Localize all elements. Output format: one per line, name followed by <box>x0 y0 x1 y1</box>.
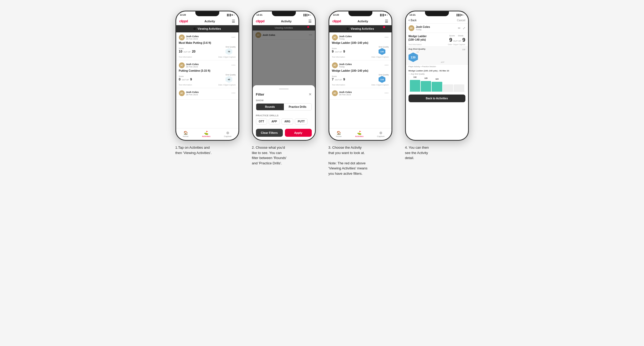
card-footer-1-1: Test Information Data: Clippd Capture <box>179 56 236 58</box>
card-3-2[interactable]: JC Josh Coles Today ••• Wedge Ladder (10… <box>329 60 392 88</box>
user-info-3-3: Josh Coles 28 Feb 2023 <box>339 91 352 96</box>
card-dots-3-1[interactable]: ••• <box>385 36 389 39</box>
chip-ott-2[interactable]: OTT <box>256 118 267 125</box>
avatar-3-2: JC <box>332 62 338 68</box>
card-dots-1-3[interactable]: ••• <box>231 91 236 95</box>
detail-user-name-4: Josh Coles <box>416 25 430 28</box>
expand-icon-4[interactable]: ⤢ <box>463 26 465 30</box>
detail-title-block-4: Wedge Ladder(100–140 yds) <box>409 35 427 41</box>
detail-user-row-4: JC Josh Coles Today ✏ ⤢ <box>406 24 468 33</box>
nav-home-3[interactable]: 🏠 Home <box>336 131 342 138</box>
filter-close-2[interactable]: ✕ <box>309 92 312 96</box>
shots-val-3-2: 9 <box>343 78 345 81</box>
apply-button-2[interactable]: Apply <box>285 129 312 137</box>
card-dots-3-3[interactable]: ••• <box>385 91 389 95</box>
status-time-3: 13:20 <box>333 14 339 16</box>
nav-activities-1[interactable]: ⛳ Activities <box>202 131 211 138</box>
bar-chart-area-4: Wedge Ladder (100–140 yds) - 06 Mar 23 ◦… <box>406 69 468 93</box>
back-button-4[interactable]: < Back <box>409 19 417 22</box>
quality-badge-3-2: 118 <box>378 76 385 83</box>
viewing-banner-1[interactable]: ⚙ Viewing Activities <box>176 25 238 32</box>
detail-score-row-4: 9 OUT OF 9 <box>449 37 465 43</box>
home-icon-3: 🏠 <box>336 131 341 135</box>
viewing-banner-3[interactable]: ⚙ Viewing Activities <box>329 25 392 32</box>
menu-icon-2[interactable]: ☰ <box>308 19 312 23</box>
score-block-3-1: Score 9 OUT OF 9 <box>332 48 345 53</box>
cancel-button-4[interactable]: Cancel <box>457 19 465 22</box>
phone-notch-1 <box>195 11 219 16</box>
chip-arg-2[interactable]: ARG <box>281 118 293 125</box>
home-icon-1: 🏠 <box>183 131 188 135</box>
bar-chart-sublabel-4: ◦◦◦ Avg Shot Quality <box>409 73 465 75</box>
card-data-3-2: Data: Clippd Capture <box>371 84 389 86</box>
bar-5-4 <box>454 84 464 92</box>
edit-icon-4[interactable]: ✏ <box>458 26 461 30</box>
nav-home-label-1: Home <box>183 135 188 138</box>
toggle-rounds-2[interactable]: Rounds <box>256 104 284 110</box>
card-footer-1-2: Test Information Data: Clippd Capture <box>179 84 236 86</box>
nav-capture-3[interactable]: ⊕ Capture <box>377 131 385 138</box>
detail-quality-title-4: Avg Shot Quality <box>409 48 465 50</box>
status-icons-3: ▐▐▐ ⊕ ▪ <box>379 14 388 16</box>
card-title-3-1: Wedge Ladder (100–140 yds) <box>332 41 389 44</box>
app-nav-2: clippd Activity ☰ <box>253 17 315 25</box>
bar-chart-4: 132 129 124 <box>409 76 465 92</box>
card-3-1[interactable]: JC Josh Coles Today ••• Wedge Ladder (10… <box>329 32 392 60</box>
quality-label-1-1: Shot Quality <box>225 46 235 48</box>
filter-header-2: Filter ✕ <box>256 92 312 96</box>
bar-4-4 <box>443 84 453 92</box>
card-user-1-2: JC Josh Coles 28 Feb 2023 <box>179 62 199 68</box>
menu-icon-1[interactable]: ☰ <box>232 19 235 23</box>
user-date-3-3: 28 Feb 2023 <box>339 93 352 96</box>
score-val-3-1: 9 <box>332 50 334 53</box>
card-header-3-1: JC Josh Coles Today ••• <box>332 35 389 40</box>
quality-badge-3-1: 130 <box>378 48 385 55</box>
detail-title-4: Wedge Ladder(100–140 yds) <box>409 35 427 41</box>
card-dots-3-2[interactable]: ••• <box>385 63 389 67</box>
menu-icon-3[interactable]: ☰ <box>385 19 388 23</box>
nav-capture-label-3: Capture <box>377 135 385 138</box>
detail-title-score-4: Wedge Ladder(100–140 yds) Score Shots 9 … <box>406 33 468 44</box>
clear-filters-button-2[interactable]: Clear Filters <box>256 129 283 137</box>
nav-home-1[interactable]: 🏠 Home <box>183 131 188 138</box>
card-user-1-3: JC Josh Coles 28 Feb 2023 <box>179 90 199 96</box>
app-nav-3: clippd Activity ☰ <box>329 17 392 25</box>
card-stats-3-2: Score 7 OUT OF 9 Shot Quality 118 <box>332 74 389 83</box>
nav-title-3: Activity <box>357 20 368 23</box>
filter-overlay-2: Filter ✕ Show Rounds Practice Drills Pra… <box>253 31 315 140</box>
card-data-3-1: Data: Clippd Capture <box>371 56 389 58</box>
detail-view-4: < Back Cancel JC Josh Coles Today ✏ ⤢ <box>406 17 468 140</box>
score-label-3-1: Score <box>332 48 345 49</box>
detail-info-row-4: Test Information Data: Clippd Capture <box>406 44 468 46</box>
phone-notch-2 <box>272 11 296 16</box>
card-user-3-3: JC Josh Coles 28 Feb 2023 <box>332 90 352 96</box>
score-label-3-2: Score <box>332 75 345 77</box>
user-date-1-3: 28 Feb 2023 <box>186 93 199 96</box>
user-info-3-2: Josh Coles Today <box>339 63 352 68</box>
card-3-3[interactable]: JC Josh Coles 28 Feb 2023 ••• <box>329 88 392 100</box>
toggle-drills-2[interactable]: Practice Drills <box>284 104 312 110</box>
card-1-2[interactable]: JC Josh Coles 28 Feb 2023 ••• Putting Co… <box>176 60 238 88</box>
outof-3-2: OUT OF <box>335 79 342 81</box>
phone-notch-4 <box>425 11 449 16</box>
score-label-1-2: Score <box>179 75 192 77</box>
nav-title-1: Activity <box>204 20 215 23</box>
back-to-activities-button-4[interactable]: Back to Activities <box>409 95 465 102</box>
card-header-3-2: JC Josh Coles Today ••• <box>332 62 389 68</box>
nav-activities-3[interactable]: ⛳ Activities <box>355 131 364 138</box>
detail-score-label-4: Score <box>449 35 455 37</box>
chip-app-2[interactable]: APP <box>269 118 280 125</box>
chip-putt-2[interactable]: PUTT <box>295 118 308 125</box>
card-stats-1-2: Score 0 OUT OF 9 Shot Quality 45 <box>179 74 236 83</box>
nav-capture-1[interactable]: ⊕ Capture <box>224 131 231 138</box>
score-block-1-1: Score 10 OUT OF 20 <box>179 48 196 53</box>
card-dots-1-1[interactable]: ••• <box>231 36 236 39</box>
card-1-3[interactable]: JC Josh Coles 28 Feb 2023 ••• <box>176 88 238 100</box>
bar-label-2-4: 129 <box>424 77 428 79</box>
card-1-1[interactable]: JC Josh Coles 28 Feb 2023 ••• Must Make … <box>176 32 238 60</box>
card-user-3-1: JC Josh Coles Today <box>332 35 352 40</box>
phone-2: 13:21 ▐▐▐ ⊕ ▪ clippd Activity ☰ Viewing … <box>252 11 316 141</box>
card-stats-1-1: Score 10 OUT OF 20 Shot Quality 75 <box>179 46 236 55</box>
card-dots-1-2[interactable]: ••• <box>231 63 236 67</box>
quality-label-1-2: Shot Quality <box>225 74 235 76</box>
